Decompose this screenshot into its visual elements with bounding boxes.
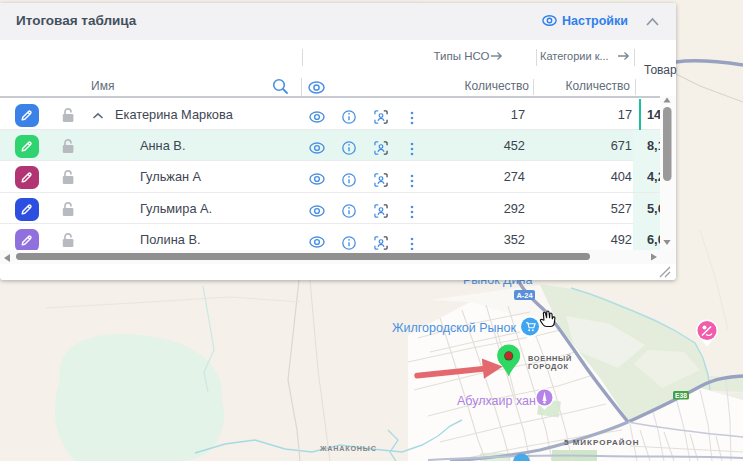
svg-text:ГОРОДОК: ГОРОДОК [528,362,569,371]
svg-text:E38: E38 [675,392,687,399]
svg-text:5 МИКРОРАЙОН: 5 МИКРОРАЙОН [564,438,640,447]
svg-text:Абулхаир хан: Абулхаир хан [457,394,536,408]
svg-text:А-24: А-24 [516,291,533,300]
svg-text:ЖАНАКОНЫС: ЖАНАКОНЫС [319,444,377,453]
svg-text:Жилгородской Рынок: Жилгородской Рынок [392,321,516,335]
